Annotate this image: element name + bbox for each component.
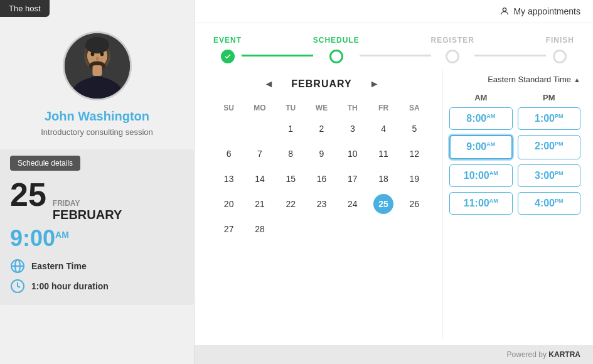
check-icon — [224, 53, 232, 60]
cal-cell-empty — [311, 219, 331, 239]
cal-cell-21[interactable]: 21 — [250, 194, 270, 214]
step-event-circle — [221, 50, 235, 63]
cal-cell-22[interactable]: 22 — [280, 194, 301, 214]
calendar-grid: SU MO TU WE TH FR SA 1234567891011121314… — [213, 101, 430, 240]
brand-name: KARTRA — [548, 350, 580, 359]
connector-3 — [474, 55, 546, 56]
cal-cell-empty — [404, 219, 424, 239]
content-area: ◄ FEBRUARY ► SU MO TU WE TH FR SA — [195, 70, 593, 345]
step-finish-circle — [553, 50, 567, 63]
next-month-button[interactable]: ► — [365, 76, 385, 92]
time-slot-800-am[interactable]: 8:00AM — [449, 107, 513, 130]
svg-rect-9 — [92, 65, 102, 76]
host-profile: John Washington Introductory consulting … — [0, 0, 194, 149]
footer: Powered by KARTRA — [195, 345, 593, 364]
cal-cell-18[interactable]: 18 — [373, 169, 393, 189]
step-finish: FINISH — [546, 36, 574, 63]
cal-cell-25[interactable]: 25 — [373, 194, 393, 214]
day-header-tu: TU — [275, 101, 306, 115]
right-panel: My appointments EVENT SCHEDULE — [195, 0, 593, 364]
time-slot-100-pm[interactable]: 1:00PM — [518, 107, 581, 130]
my-appointments-button[interactable]: My appointments — [500, 6, 580, 16]
cal-cell-9[interactable]: 9 — [311, 144, 331, 164]
cal-cell-10[interactable]: 10 — [343, 144, 363, 164]
week-row-3: 20212223242526 — [213, 193, 430, 215]
cal-cell-empty — [280, 219, 301, 239]
timezone-name: Eastern Standard Time — [488, 75, 571, 84]
cal-cell-20[interactable]: 20 — [219, 194, 239, 214]
cal-cell-17[interactable]: 17 — [343, 169, 363, 189]
step-event-label: EVENT — [213, 36, 242, 45]
timezone-row: Eastern Time — [10, 259, 184, 274]
calendar-month-title: FEBRUARY — [291, 78, 351, 90]
duration-label: 1:00 hour duration — [31, 281, 109, 291]
cal-cell-5[interactable]: 5 — [404, 119, 424, 139]
cal-cell-3[interactable]: 3 — [343, 119, 363, 139]
cal-cell-empty — [219, 119, 239, 139]
cal-cell-24[interactable]: 24 — [343, 194, 363, 214]
calendar-section: ◄ FEBRUARY ► SU MO TU WE TH FR SA — [201, 70, 442, 339]
cal-cell-12[interactable]: 12 — [404, 144, 424, 164]
svg-point-4 — [85, 37, 109, 53]
cal-cell-16[interactable]: 16 — [311, 169, 331, 189]
date-month: FEBRUARY — [53, 208, 122, 222]
timezone-label: Eastern Time — [31, 261, 87, 271]
cal-cell-1[interactable]: 1 — [280, 119, 301, 139]
host-badge: The host — [0, 0, 50, 17]
appointments-label: My appointments — [513, 6, 580, 16]
day-header-mo: MO — [244, 101, 275, 115]
cal-cell-7[interactable]: 7 — [250, 144, 270, 164]
time-slot-1000-am[interactable]: 10:00AM — [449, 164, 513, 187]
week-row-4: 2728 — [213, 218, 430, 240]
host-subtitle: Introductory consulting session — [28, 127, 165, 137]
cal-cell-8[interactable]: 8 — [280, 144, 301, 164]
cal-cell-empty — [343, 219, 363, 239]
steps-wrapper: EVENT SCHEDULE REGISTER — [213, 36, 574, 63]
cal-cell-14[interactable]: 14 — [250, 169, 270, 189]
cal-cell-26[interactable]: 26 — [404, 194, 424, 214]
time-slot-1100-am[interactable]: 11:00AM — [449, 192, 513, 215]
time-slot-200-pm[interactable]: 2:00PM — [518, 135, 581, 159]
avatar — [63, 31, 132, 100]
time-slot-900-am[interactable]: 9:00AM — [449, 135, 513, 159]
timezone-arrow: ▲ — [574, 76, 580, 83]
cal-cell-28[interactable]: 28 — [250, 219, 270, 239]
cal-cell-15[interactable]: 15 — [280, 169, 301, 189]
cal-cell-27[interactable]: 27 — [219, 219, 239, 239]
day-header-th: TH — [337, 101, 368, 115]
day-headers-row: SU MO TU WE TH FR SA — [213, 101, 430, 115]
timeslots-section: Eastern Standard Time ▲ AM PM 8:00AM1:00… — [442, 70, 587, 339]
host-name: John Washington — [45, 109, 149, 124]
cal-cell-2[interactable]: 2 — [311, 119, 331, 139]
svg-point-7 — [100, 52, 104, 56]
pm-label: PM — [518, 93, 581, 102]
week-row-0: 12345 — [213, 117, 430, 140]
steps-bar: EVENT SCHEDULE REGISTER — [195, 23, 593, 70]
globe-icon — [10, 259, 25, 274]
schedule-details-label: Schedule details — [10, 156, 80, 171]
powered-by-label: Powered by — [507, 350, 547, 359]
cal-cell-4[interactable]: 4 — [373, 119, 393, 139]
connector-1 — [242, 55, 313, 56]
time-meridiem: AM — [55, 230, 69, 240]
cal-cell-6[interactable]: 6 — [219, 144, 239, 164]
time-slot-400-pm[interactable]: 4:00PM — [518, 192, 581, 215]
time-slot-300-pm[interactable]: 3:00PM — [518, 164, 581, 187]
duration-row: 1:00 hour duration — [10, 279, 184, 294]
clock-icon — [10, 279, 25, 294]
cal-cell-13[interactable]: 13 — [219, 169, 239, 189]
time-value: 9:00 — [10, 225, 55, 251]
person-icon — [500, 6, 510, 16]
cal-cell-23[interactable]: 23 — [311, 194, 331, 214]
am-label: AM — [449, 93, 513, 102]
step-register-circle — [446, 50, 459, 63]
week-row-1: 6789101112 — [213, 142, 430, 165]
cal-cell-19[interactable]: 19 — [404, 169, 424, 189]
step-register: REGISTER — [431, 36, 474, 63]
top-nav: My appointments — [195, 0, 593, 23]
calendar-header: ◄ FEBRUARY ► — [213, 76, 430, 92]
cal-cell-11[interactable]: 11 — [373, 144, 393, 164]
timezone-bar: Eastern Standard Time ▲ — [449, 70, 580, 89]
svg-point-14 — [503, 8, 506, 11]
prev-month-button[interactable]: ◄ — [259, 76, 279, 92]
